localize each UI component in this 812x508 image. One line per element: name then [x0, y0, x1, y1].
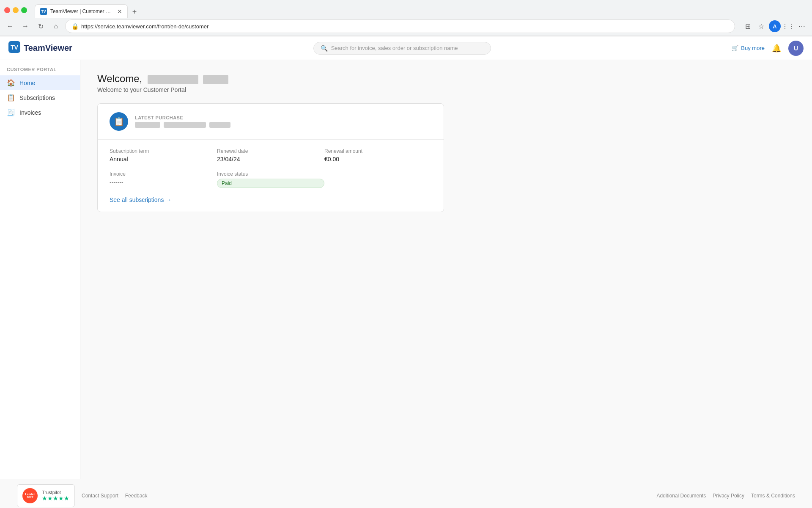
user-avatar[interactable]: U [788, 41, 804, 56]
see-all-subscriptions-link[interactable]: See all subscriptions → [110, 196, 432, 203]
address-text: https://service.teamviewer.com/front/en-… [81, 23, 729, 30]
footer-right: Additional Documents Privacy Policy Term… [657, 493, 795, 499]
invoice-status-label: Invoice status [217, 171, 324, 177]
window-controls [4, 7, 27, 13]
renewal-amount-label: Renewal amount [324, 148, 432, 154]
tab-favicon: TV [40, 8, 47, 15]
home-button[interactable]: ⌂ [50, 20, 62, 32]
subscription-term-value: Annual [110, 156, 217, 163]
toolbar-icons: ⊞ ☆ A ⋮⋮ ⋯ [742, 20, 808, 32]
privacy-policy-link[interactable]: Privacy Policy [713, 493, 744, 499]
minimize-button[interactable] [13, 7, 19, 13]
trustpilot-label: Trustpilot [42, 490, 69, 495]
browser-chrome: TV TeamViewer | Customer Portal ✕ + ← → … [0, 0, 812, 36]
subscription-card: 📋 LATEST PURCHASE Subscription ter [97, 103, 444, 212]
tab-title: TeamViewer | Customer Portal [50, 8, 114, 14]
arrow-icon: → [165, 196, 171, 203]
latest-purchase-label: LATEST PURCHASE [135, 115, 230, 120]
tab-close-icon[interactable]: ✕ [117, 8, 122, 15]
purchase-name-blurred [135, 122, 230, 128]
welcome-subtitle: Welcome to your Customer Portal [97, 86, 795, 93]
renewal-amount-value: €0.00 [324, 156, 432, 163]
g2-badge: Leader 2022 [22, 488, 38, 503]
search-placeholder: Search for invoice, sales order or subsc… [331, 45, 458, 51]
content-area: Welcome, Welcome to your Customer Portal… [80, 60, 812, 479]
search-icon: 🔍 [321, 45, 328, 52]
feedback-link[interactable]: Feedback [125, 493, 148, 499]
back-button[interactable]: ← [4, 20, 16, 32]
header-actions: 🛒 Buy more 🔔 U [732, 41, 804, 56]
invoice-item: Invoice ------- [110, 171, 217, 188]
user-lastname-blurred [203, 75, 228, 84]
close-button[interactable] [4, 7, 10, 13]
card-details: Subscription term Annual Renewal date 23… [110, 148, 432, 188]
invoice-value: ------- [110, 179, 217, 185]
additional-documents-link[interactable]: Additional Documents [657, 493, 706, 499]
user-name-blurred [148, 75, 198, 84]
subscription-term-label: Subscription term [110, 148, 217, 154]
extensions-icon[interactable]: ⊞ [742, 20, 754, 32]
app-logo: TV TeamViewer [8, 41, 72, 55]
maximize-button[interactable] [21, 7, 27, 13]
sidebar-item-invoices[interactable]: 🧾 Invoices [0, 105, 80, 120]
buy-more-button[interactable]: 🛒 Buy more [732, 45, 765, 51]
welcome-title: Welcome, [97, 73, 795, 85]
card-divider [98, 139, 444, 140]
active-tab[interactable]: TV TeamViewer | Customer Portal ✕ [35, 4, 128, 18]
footer: Leader 2022 Trustpilot ★★★★★ Contact Sup… [0, 479, 812, 508]
card-header: 📋 LATEST PURCHASE [110, 112, 432, 131]
home-icon: 🏠 [7, 79, 15, 87]
subscription-term-item: Subscription term Annual [110, 148, 217, 163]
header-search[interactable]: 🔍 Search for invoice, sales order or sub… [313, 42, 491, 55]
card-header-text: LATEST PURCHASE [135, 115, 230, 128]
bookmark-star-icon[interactable]: ☆ [755, 20, 767, 32]
footer-left: Leader 2022 Trustpilot ★★★★★ Contact Sup… [17, 484, 147, 507]
invoice-status-item: Invoice status Paid [217, 171, 324, 188]
welcome-section: Welcome, Welcome to your Customer Portal [97, 73, 795, 93]
svg-text:TV: TV [11, 44, 19, 51]
invoices-icon: 🧾 [7, 108, 15, 116]
forward-button[interactable]: → [19, 20, 31, 32]
profile-icon-browser[interactable]: A [769, 20, 781, 32]
name-blur-3 [209, 122, 230, 128]
trustpilot-info: Trustpilot ★★★★★ [42, 490, 69, 502]
trustpilot-stars: ★★★★★ [42, 495, 69, 502]
name-blur-1 [135, 122, 160, 128]
more-icon[interactable]: ⋯ [796, 20, 808, 32]
tab-bar: TV TeamViewer | Customer Portal ✕ + [30, 3, 145, 18]
trustpilot-box: Leader 2022 Trustpilot ★★★★★ [17, 484, 75, 507]
renewal-amount-item: Renewal amount €0.00 [324, 148, 432, 163]
sidebar-section-label: CUSTOMER PORTAL [0, 67, 80, 75]
subscriptions-icon: 📋 [7, 94, 15, 102]
grid-icon[interactable]: ⋮⋮ [782, 20, 794, 32]
contact-support-link[interactable]: Contact Support [82, 493, 118, 499]
app-logo-text: TeamViewer [24, 43, 72, 53]
terms-link[interactable]: Terms & Conditions [751, 493, 795, 499]
address-bar-row: ← → ↻ ⌂ 🔒 https://service.teamviewer.com… [0, 17, 812, 36]
renewal-date-item: Renewal date 23/04/24 [217, 148, 324, 163]
notification-button[interactable]: 🔔 [770, 41, 783, 55]
refresh-button[interactable]: ↻ [35, 20, 47, 32]
cart-icon: 🛒 [732, 45, 738, 51]
sidebar-item-subscriptions[interactable]: 📋 Subscriptions [0, 90, 80, 105]
address-bar[interactable]: 🔒 https://service.teamviewer.com/front/e… [65, 19, 735, 33]
invoice-status-badge: Paid [217, 179, 324, 188]
teamviewer-logo-icon: TV [8, 41, 20, 55]
new-tab-button[interactable]: + [129, 6, 140, 18]
sidebar-item-home[interactable]: 🏠 Home [0, 75, 80, 90]
app-layout: TV TeamViewer 🔍 Search for invoice, sale… [0, 36, 812, 508]
purchase-icon: 📋 [110, 112, 128, 131]
renewal-date-value: 23/04/24 [217, 156, 324, 163]
app-header: TV TeamViewer 🔍 Search for invoice, sale… [0, 36, 812, 60]
sidebar: CUSTOMER PORTAL 🏠 Home 📋 Subscriptions 🧾… [0, 60, 80, 479]
browser-tab-bar: TV TeamViewer | Customer Portal ✕ + [0, 0, 812, 17]
main-body: CUSTOMER PORTAL 🏠 Home 📋 Subscriptions 🧾… [0, 60, 812, 479]
profile-avatar: A [769, 20, 781, 32]
renewal-date-label: Renewal date [217, 148, 324, 154]
invoice-label: Invoice [110, 171, 217, 177]
name-blur-2 [164, 122, 206, 128]
